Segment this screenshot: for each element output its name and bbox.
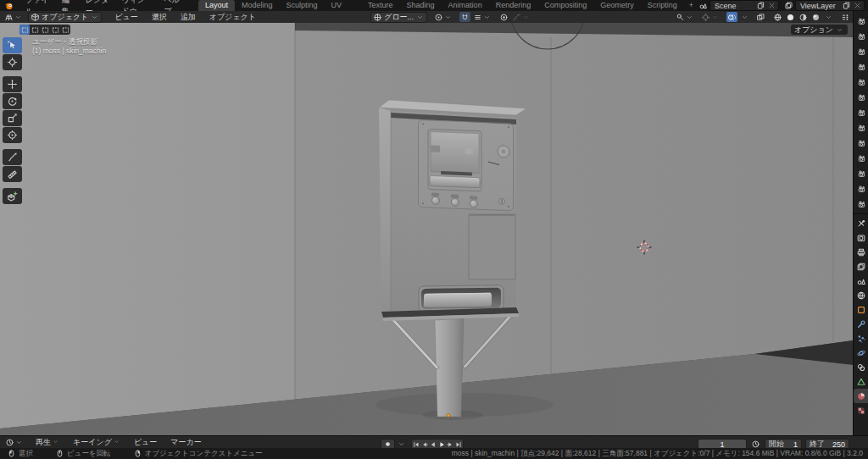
add-workspace-button[interactable]: + xyxy=(684,0,698,11)
viewport-toolbar xyxy=(3,37,22,204)
outliner-camera-icon[interactable] xyxy=(854,196,868,212)
pivot-point-dropdown[interactable] xyxy=(433,12,453,22)
outliner-header-icon[interactable] xyxy=(841,13,850,22)
outliner-camera-icon[interactable] xyxy=(854,90,868,105)
view-layer-selector[interactable]: ViewLayer xyxy=(795,0,865,11)
properties-tab-view-layer[interactable] xyxy=(854,259,868,274)
select-mode-new[interactable] xyxy=(19,25,30,35)
tool-transform-button[interactable] xyxy=(3,127,22,143)
properties-tab-constraints[interactable] xyxy=(854,360,868,374)
shading-material-button[interactable] xyxy=(798,12,809,22)
tool-cursor-button[interactable] xyxy=(3,54,22,70)
proportional-editing-toggle[interactable] xyxy=(498,12,509,22)
workspace-tab[interactable]: Geometry Nodes xyxy=(593,0,641,11)
button xyxy=(452,198,459,206)
shading-dropdown[interactable] xyxy=(823,12,834,22)
viewport-menus: ビュー選択追加オブジェクト xyxy=(108,11,262,23)
editor-type-dropdown[interactable] xyxy=(3,12,24,22)
outliner-camera-icon[interactable] xyxy=(854,59,868,75)
timeline-menu[interactable]: マーカー xyxy=(164,437,207,448)
scene-name[interactable]: Scene xyxy=(712,2,754,10)
outliner-camera-icon[interactable] xyxy=(854,120,868,135)
workspace-tab[interactable]: Scripting xyxy=(641,0,684,11)
tool-select-box-button[interactable] xyxy=(3,37,22,53)
3d-viewport-canvas[interactable] xyxy=(0,23,853,435)
active-object-label: (1) moss | skin_machin xyxy=(32,47,106,56)
viewport-menu[interactable]: ビュー xyxy=(108,12,143,23)
copy-icon[interactable] xyxy=(842,1,851,10)
workspace-tab[interactable]: Sculpting xyxy=(280,0,325,11)
select-mode-subtract[interactable] xyxy=(40,25,50,35)
outliner-camera-icon[interactable] xyxy=(854,105,868,120)
blender-logo-icon[interactable] xyxy=(4,1,14,11)
scene-selector[interactable]: Scene xyxy=(709,0,779,11)
close-icon[interactable] xyxy=(853,1,862,10)
tool-add-cube-button[interactable] xyxy=(3,188,22,204)
properties-tab-world[interactable] xyxy=(854,288,868,302)
outliner-camera-icon[interactable] xyxy=(854,135,868,151)
tool-annotate-button[interactable] xyxy=(3,149,22,165)
properties-tab-particles[interactable] xyxy=(854,331,868,346)
copy-icon[interactable] xyxy=(756,1,765,10)
shading-wireframe-button[interactable] xyxy=(772,12,783,22)
workspace-tab[interactable]: Rendering xyxy=(489,0,538,11)
properties-tab-tool[interactable] xyxy=(854,216,868,230)
tool-measure-button[interactable] xyxy=(3,166,22,182)
select-mode-intersect[interactable] xyxy=(60,25,70,35)
3d-viewport[interactable]: オプション ユーザー・透視投影 (1) moss | skin_machin xyxy=(0,23,853,435)
properties-tab-texture[interactable] xyxy=(854,403,868,418)
gizmos-dropdown[interactable] xyxy=(700,12,721,22)
workspace-tab[interactable]: Modeling xyxy=(235,0,280,11)
select-mode-invert[interactable] xyxy=(50,25,60,35)
view-layer-name[interactable]: ViewLayer xyxy=(798,2,840,10)
transform-orientation-dropdown[interactable]: グロー... xyxy=(370,12,427,23)
outliner-camera-icon[interactable] xyxy=(854,181,868,196)
overlays-toggle[interactable] xyxy=(726,12,737,22)
properties-tab-object-data[interactable] xyxy=(854,374,868,389)
workspace-tab[interactable]: Layout xyxy=(198,0,235,11)
properties-tab-material[interactable] xyxy=(854,389,868,403)
tool-move-button[interactable] xyxy=(3,76,22,92)
outliner-camera-icon[interactable] xyxy=(854,75,868,90)
properties-tab-scene[interactable] xyxy=(854,274,868,288)
scene-statistics: moss | skin_machin | 頂点:29,642 | 面:28,61… xyxy=(452,448,863,459)
timeline-menu[interactable]: ビュー xyxy=(128,437,163,448)
properties-tab-render[interactable] xyxy=(854,230,868,245)
outliner-camera-icon[interactable] xyxy=(854,44,868,59)
workspace-tab[interactable]: Compositing xyxy=(537,0,593,11)
outliner-camera-icon[interactable] xyxy=(854,29,868,44)
shading-solid-button[interactable] xyxy=(785,12,796,22)
outliner-camera-icon[interactable] xyxy=(854,166,868,181)
outliner-camera-icon[interactable] xyxy=(854,14,868,29)
workspace-tab[interactable]: Animation xyxy=(442,0,489,11)
properties-tab-object[interactable] xyxy=(854,302,868,317)
tool-scale-button[interactable] xyxy=(3,110,22,126)
properties-tab-modifiers[interactable] xyxy=(854,317,868,331)
select-mode-extend[interactable] xyxy=(30,25,40,35)
proportional-falloff-dropdown[interactable] xyxy=(511,12,531,22)
workspace-tab[interactable]: Texture Paint xyxy=(361,0,400,11)
timeline-editor-type-dropdown[interactable] xyxy=(4,438,25,448)
object-type-visibility-dropdown[interactable] xyxy=(675,12,695,22)
close-icon[interactable] xyxy=(767,1,776,10)
outliner-camera-icon[interactable] xyxy=(854,151,868,166)
snap-toggle[interactable] xyxy=(459,12,470,22)
mode-selector[interactable]: オブジェクト xyxy=(28,12,102,23)
shading-rendered-button[interactable] xyxy=(810,12,821,22)
overlays-dropdown[interactable] xyxy=(739,12,750,22)
properties-tab-output[interactable] xyxy=(854,245,868,259)
properties-tabs xyxy=(854,216,868,418)
topbar: ファイル編集レンダーウィンドウヘルプ LayoutModelingSculpti… xyxy=(0,0,868,12)
viewport-menu[interactable]: 選択 xyxy=(146,12,173,23)
timeline-menu[interactable]: 再生 xyxy=(30,437,65,448)
viewport-menu[interactable]: 追加 xyxy=(175,12,202,23)
timeline-menu[interactable]: キーイング xyxy=(67,437,126,448)
properties-tab-physics[interactable] xyxy=(854,346,868,360)
snap-settings-dropdown[interactable] xyxy=(472,12,492,22)
tool-options-dropdown[interactable]: オプション xyxy=(791,25,848,35)
tool-rotate-button[interactable] xyxy=(3,93,22,109)
xray-toggle[interactable] xyxy=(755,12,766,22)
workspace-tab[interactable]: UV Editing xyxy=(325,0,362,11)
viewport-menu[interactable]: オブジェクト xyxy=(203,12,262,23)
workspace-tab[interactable]: Shading xyxy=(400,0,442,11)
